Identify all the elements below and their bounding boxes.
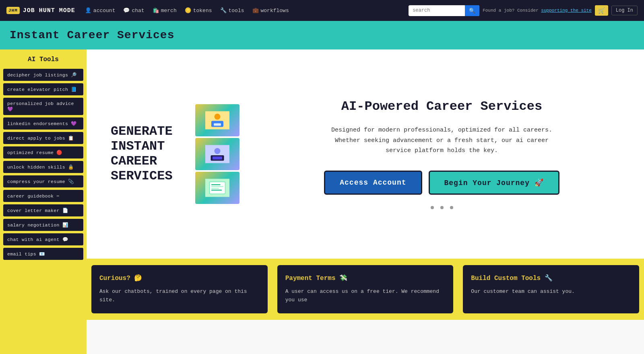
- hero-dots: [264, 206, 620, 209]
- nav-right: 🔍 Found a job? Consider supporting the s…: [409, 5, 638, 16]
- sidebar-item-linkedin-endorsements[interactable]: linkedin endorsements 💜: [3, 117, 83, 130]
- navbar: JHM JOB HUNT MODE 👤 account 💬 chat 🛍️ me…: [0, 0, 644, 21]
- sidebar-item-personalized-job-advice[interactable]: personalized job advice 💜: [3, 98, 83, 115]
- content-area: GENERATE INSTANT CAREER SERVICES: [87, 49, 644, 354]
- main-layout: AI Tools decipher job listings 🔎 create …: [0, 49, 644, 354]
- nav-promo-text: Found a job? Consider supporting the sit…: [483, 8, 592, 13]
- access-account-button[interactable]: Access Account: [324, 171, 422, 195]
- card-tools-body: Our customer team can assist you.: [471, 288, 631, 296]
- sidebar-item-create-elevator-pitch[interactable]: create elevator pitch 📘: [3, 83, 83, 95]
- nav-merch[interactable]: 🛍️ merch: [153, 7, 177, 14]
- svg-rect-10: [211, 184, 221, 185]
- svg-rect-3: [214, 123, 221, 126]
- svg-rect-11: [211, 186, 223, 187]
- nav-tokens[interactable]: 🪙 tokens: [185, 7, 212, 14]
- sidebar-title: AI Tools: [3, 56, 83, 63]
- sidebar-item-career-guidebook[interactable]: career guidebook ✂: [3, 190, 83, 202]
- sidebar-item-decipher-job-listings[interactable]: decipher job listings 🔎: [3, 69, 83, 81]
- card-build-tools: Build Custom Tools 🔧 Our customer team c…: [463, 265, 639, 313]
- begin-journey-button[interactable]: Begin Your Journey 🚀: [429, 171, 559, 195]
- hero-image-2: [195, 138, 239, 170]
- hero-section: GENERATE INSTANT CAREER SERVICES: [87, 49, 644, 259]
- page-title: Instant Career Services: [10, 29, 634, 41]
- card-tools-title: Build Custom Tools 🔧: [471, 274, 631, 282]
- sidebar-item-cover-letter-maker[interactable]: cover letter maker 📄: [3, 204, 83, 216]
- hero-image-block: GENERATE INSTANT CAREER SERVICES: [111, 104, 239, 204]
- hero-image-3: [195, 172, 239, 204]
- tools-icon: 🔧: [220, 7, 227, 14]
- nav-chat-label: chat: [132, 8, 144, 14]
- nav-workflows[interactable]: 💼 workflows: [252, 7, 289, 14]
- svg-rect-13: [211, 190, 222, 191]
- hero-buttons: Access Account Begin Your Journey 🚀: [264, 171, 620, 195]
- dot-3: [450, 206, 453, 209]
- hero-content: AI-Powered Career Services Designed for …: [264, 99, 620, 209]
- card-payment-terms: Payment Terms 💸 A user can access us on …: [277, 265, 454, 313]
- sidebar-item-email-tips[interactable]: email tips 📧: [3, 248, 83, 260]
- card-curious-title: Curious? 🤔: [99, 274, 260, 282]
- nav-tokens-label: tokens: [193, 8, 212, 14]
- sidebar-item-optimized-resume[interactable]: optimized resume 🔴: [3, 146, 83, 158]
- workflows-icon: 💼: [252, 7, 259, 14]
- nav-chat[interactable]: 💬 chat: [123, 7, 144, 14]
- card-curious-body: Ask our chatbots, trained on every page …: [99, 288, 260, 305]
- nav-merch-label: merch: [161, 8, 177, 14]
- hero-title: AI-Powered Career Services: [264, 99, 620, 114]
- search-button[interactable]: 🔍: [465, 5, 479, 16]
- card-payment-body: A user can access us on a free tier. We …: [285, 288, 446, 305]
- card-curious: Curious? 🤔 Ask our chatbots, trained on …: [91, 265, 268, 313]
- logo[interactable]: JHM JOB HUNT MODE: [6, 7, 75, 14]
- chat-nav-icon: 💬: [123, 7, 130, 14]
- account-icon: 👤: [85, 7, 91, 14]
- nav-workflows-label: workflows: [261, 8, 289, 14]
- nav-tools-label: tools: [229, 8, 244, 14]
- svg-rect-12: [211, 188, 219, 189]
- header-banner: Instant Career Services: [0, 21, 644, 49]
- sidebar-item-unlock-hidden-skills[interactable]: unlock hidden skills 🔒: [3, 161, 83, 173]
- hero-big-text: GENERATE INSTANT CAREER SERVICES: [111, 124, 191, 183]
- hero-description: Designed for modern professionals, optim…: [329, 125, 555, 156]
- sidebar-item-direct-apply-to-jobs[interactable]: direct apply to jobs 📋: [3, 132, 83, 144]
- search-input[interactable]: [409, 6, 465, 15]
- nav-links: 👤 account 💬 chat 🛍️ merch 🪙 tokens 🔧 too…: [85, 7, 399, 14]
- dot-1: [431, 206, 434, 209]
- cart-button[interactable]: 🛒: [595, 5, 608, 16]
- login-button[interactable]: Log In: [611, 6, 638, 15]
- hero-images-grid: [195, 104, 239, 204]
- nav-account-label: account: [93, 8, 116, 14]
- logo-text: JOB HUNT MODE: [23, 7, 75, 14]
- hero-image-1: [195, 104, 239, 136]
- sidebar: AI Tools decipher job listings 🔎 create …: [0, 49, 87, 354]
- sidebar-item-salary-negotiation[interactable]: salary negotiation 📊: [3, 219, 83, 231]
- svg-point-1: [215, 114, 221, 120]
- sidebar-item-chat-with-ai-agent[interactable]: chat with ai agent 💬: [3, 233, 83, 245]
- nav-promo-link[interactable]: supporting the site: [541, 8, 591, 13]
- svg-point-5: [215, 148, 221, 154]
- tokens-icon: 🪙: [185, 7, 191, 14]
- merch-icon: 🛍️: [153, 7, 159, 14]
- sidebar-item-compress-your-resume[interactable]: compress your resume 📎: [3, 175, 83, 187]
- nav-tools[interactable]: 🔧 tools: [220, 7, 244, 14]
- dot-2: [440, 206, 444, 209]
- card-payment-title: Payment Terms 💸: [285, 274, 446, 282]
- nav-account[interactable]: 👤 account: [85, 7, 116, 14]
- logo-box: JHM: [6, 7, 20, 14]
- svg-rect-7: [213, 156, 222, 160]
- search-bar: 🔍: [409, 5, 479, 16]
- cards-section: Curious? 🤔 Ask our chatbots, trained on …: [87, 259, 644, 320]
